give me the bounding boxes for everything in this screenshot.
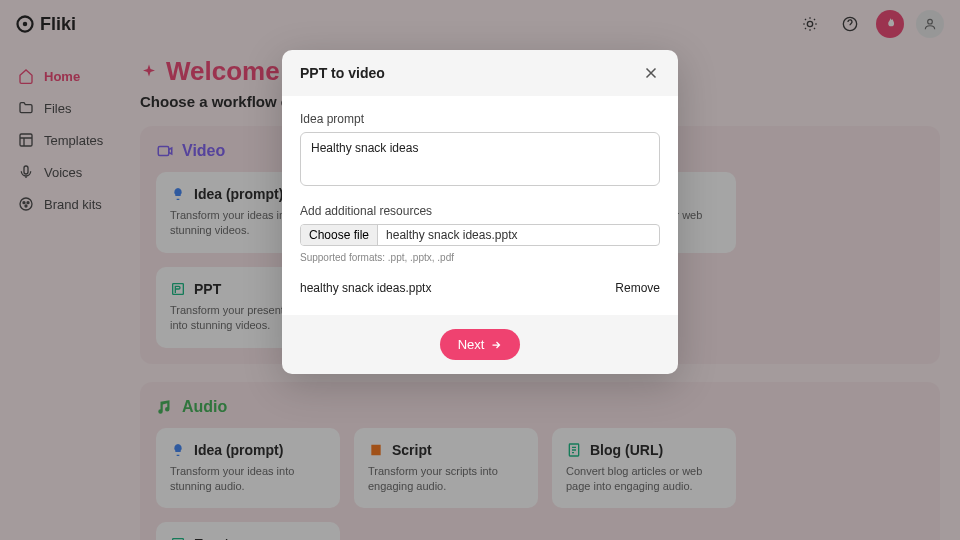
modal-overlay[interactable]: PPT to video Idea prompt Add additional … — [0, 0, 960, 540]
resources-label: Add additional resources — [300, 204, 660, 218]
file-hint: Supported formats: .ppt, .pptx, .pdf — [300, 252, 660, 263]
idea-prompt-label: Idea prompt — [300, 112, 660, 126]
remove-file-button[interactable]: Remove — [615, 281, 660, 295]
idea-prompt-input[interactable] — [300, 132, 660, 186]
uploaded-file-row: healthy snack ideas.pptx Remove — [300, 277, 660, 299]
close-icon[interactable] — [642, 64, 660, 82]
choose-file-button[interactable]: Choose file — [301, 225, 378, 245]
arrow-right-icon — [490, 339, 502, 351]
file-input[interactable]: Choose file healthy snack ideas.pptx — [300, 224, 660, 246]
uploaded-file-name: healthy snack ideas.pptx — [300, 281, 431, 295]
file-input-value: healthy snack ideas.pptx — [378, 225, 525, 245]
modal-title: PPT to video — [300, 65, 385, 81]
ppt-to-video-modal: PPT to video Idea prompt Add additional … — [282, 50, 678, 374]
next-button[interactable]: Next — [440, 329, 521, 360]
